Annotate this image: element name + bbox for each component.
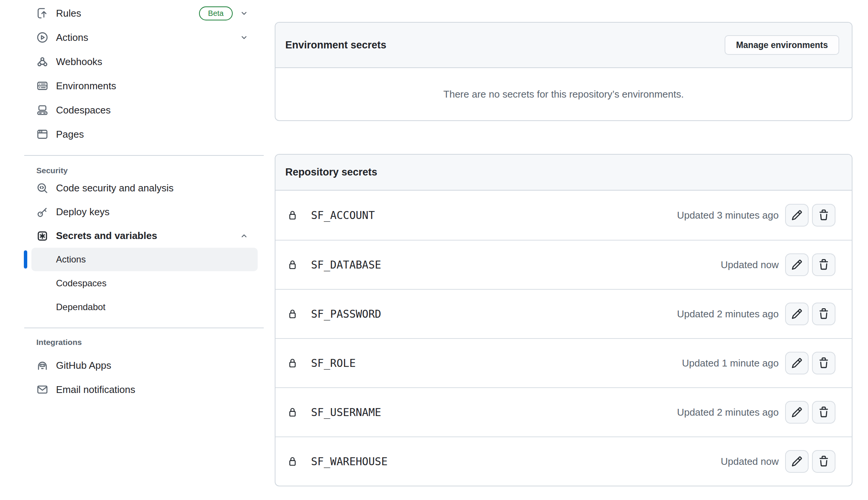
lock-icon <box>287 210 298 221</box>
sidebar-item-secrets-and-variables[interactable]: Secrets and variables <box>24 224 264 248</box>
play-icon <box>36 31 48 43</box>
secret-row: SF_ROLE Updated 1 minute ago <box>275 338 852 387</box>
environment-secrets-header: Environment secrets Manage environments <box>275 23 852 68</box>
beta-badge: Beta <box>199 6 233 20</box>
secret-updated: Updated now <box>721 456 779 467</box>
repository-secrets-card: Repository secrets SF_ACCOUNT Updated 3 … <box>275 154 852 486</box>
sidebar-divider <box>24 155 264 156</box>
secret-updated: Updated now <box>721 259 779 271</box>
delete-secret-button[interactable] <box>812 401 835 424</box>
secret-updated: Updated 3 minutes ago <box>677 210 779 221</box>
sidebar-item-label: Environments <box>56 80 116 92</box>
sidebar-item-code-security[interactable]: Code security and analysis <box>24 176 264 200</box>
secret-row: SF_ACCOUNT Updated 3 minutes ago <box>275 191 852 240</box>
lock-icon <box>287 357 298 369</box>
sidebar-item-label: Pages <box>56 129 84 140</box>
key-icon <box>36 206 48 218</box>
chevron-down-icon[interactable] <box>240 9 249 18</box>
sidebar-subitem-label: Codespaces <box>56 278 106 289</box>
sidebar-subitem-label: Dependabot <box>56 302 106 312</box>
delete-secret-button[interactable] <box>812 450 835 473</box>
secret-row: SF_PASSWORD Updated 2 minutes ago <box>275 289 852 338</box>
secret-name: SF_ACCOUNT <box>311 209 375 222</box>
mail-icon <box>36 384 48 396</box>
sidebar-section-integrations: Integrations <box>24 337 264 348</box>
sidebar-item-rules[interactable]: Rules Beta <box>24 1 264 25</box>
chevron-down-icon[interactable] <box>240 33 249 42</box>
secret-name: SF_USERNAME <box>311 406 381 419</box>
edit-secret-button[interactable] <box>785 204 809 227</box>
sidebar-subitem-codespaces[interactable]: Codespaces <box>31 272 258 295</box>
sidebar-item-label: Deploy keys <box>56 206 110 218</box>
sidebar-subitem-dependabot[interactable]: Dependabot <box>31 295 258 319</box>
browser-icon <box>36 128 48 140</box>
key-asterisk-icon <box>36 230 48 242</box>
server-icon <box>36 80 48 92</box>
sidebar-item-label: Email notifications <box>56 384 135 396</box>
secrets-settings-main: Environment secrets Manage environments … <box>275 0 852 486</box>
sidebar-item-deploy-keys[interactable]: Deploy keys <box>24 200 264 224</box>
lock-icon <box>287 456 298 467</box>
sidebar-item-label: Actions <box>56 32 88 43</box>
environment-secrets-card: Environment secrets Manage environments … <box>275 22 852 121</box>
sidebar-item-label: Code security and analysis <box>56 182 174 194</box>
sidebar-item-actions[interactable]: Actions <box>24 25 264 50</box>
codespaces-icon <box>36 104 48 116</box>
sidebar-subitem-label: Actions <box>56 254 86 265</box>
secret-updated: Updated 2 minutes ago <box>677 407 779 418</box>
secret-updated: Updated 2 minutes ago <box>677 308 779 320</box>
repository-secrets-title: Repository secrets <box>285 166 377 178</box>
repository-secrets-header: Repository secrets <box>275 155 852 191</box>
edit-secret-button[interactable] <box>785 253 809 276</box>
settings-sidebar: Rules Beta Actions Webhooks <box>24 0 264 402</box>
delete-secret-button[interactable] <box>812 303 835 325</box>
lock-icon <box>287 259 298 270</box>
edit-secret-button[interactable] <box>785 303 809 325</box>
edit-secret-button[interactable] <box>785 401 809 424</box>
secret-name: SF_WAREHOUSE <box>311 455 387 468</box>
sidebar-item-webhooks[interactable]: Webhooks <box>24 50 264 74</box>
lock-icon <box>287 308 298 320</box>
hubot-icon <box>36 359 48 371</box>
sidebar-item-label: Rules <box>56 8 81 19</box>
secret-name: SF_PASSWORD <box>311 308 381 320</box>
delete-secret-button[interactable] <box>812 352 835 374</box>
secret-row: SF_WAREHOUSE Updated now <box>275 436 852 486</box>
sidebar-item-github-apps[interactable]: GitHub Apps <box>24 353 264 377</box>
codescan-icon <box>36 182 48 194</box>
sidebar-subitem-actions[interactable]: Actions <box>31 248 258 271</box>
sidebar-item-label: Codespaces <box>56 104 111 116</box>
sidebar-item-label: Secrets and variables <box>56 230 157 242</box>
delete-secret-button[interactable] <box>812 204 835 227</box>
sidebar-item-environments[interactable]: Environments <box>24 74 264 98</box>
chevron-up-icon[interactable] <box>240 231 249 241</box>
sidebar-item-pages[interactable]: Pages <box>24 122 264 146</box>
secret-name: SF_DATABASE <box>311 259 381 271</box>
secret-row: SF_USERNAME Updated 2 minutes ago <box>275 387 852 436</box>
delete-secret-button[interactable] <box>812 253 835 276</box>
secret-name: SF_ROLE <box>311 357 356 370</box>
edit-secret-button[interactable] <box>785 352 809 374</box>
secret-row: SF_DATABASE Updated now <box>275 240 852 289</box>
sidebar-item-label: GitHub Apps <box>56 360 111 371</box>
webhook-icon <box>36 56 48 68</box>
sidebar-item-codespaces[interactable]: Codespaces <box>24 98 264 122</box>
environment-secrets-title: Environment secrets <box>285 39 386 51</box>
sidebar-item-email-notifications[interactable]: Email notifications <box>24 377 264 402</box>
sidebar-item-label: Webhooks <box>56 56 102 68</box>
edit-secret-button[interactable] <box>785 450 809 473</box>
rules-icon <box>36 7 48 19</box>
manage-environments-button[interactable]: Manage environments <box>725 35 839 55</box>
sidebar-section-security: Security <box>24 165 264 176</box>
secret-updated: Updated 1 minute ago <box>682 357 779 369</box>
sidebar-divider <box>24 328 264 328</box>
lock-icon <box>287 407 298 418</box>
environment-secrets-empty-message: There are no secrets for this repository… <box>275 68 852 120</box>
